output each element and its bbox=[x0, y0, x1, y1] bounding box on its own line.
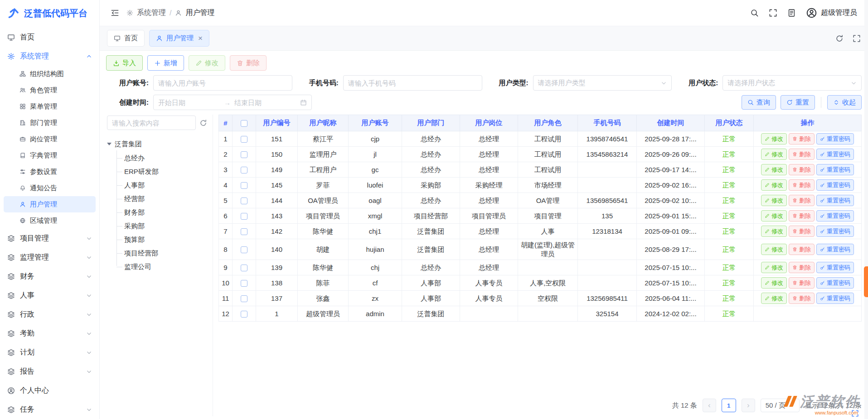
row-reset-password-button[interactable]: 重置密码 bbox=[816, 262, 854, 273]
phone-input[interactable] bbox=[343, 75, 482, 91]
sidebar-item-post-management[interactable]: 岗位管理 bbox=[0, 131, 99, 147]
search-icon[interactable] bbox=[750, 9, 759, 17]
row-checkbox[interactable] bbox=[241, 295, 247, 302]
tree-node[interactable]: 财务部 bbox=[116, 206, 207, 219]
table-row[interactable]: 121超级管理员admin泛普集团3251542024-12-02 02:...… bbox=[219, 306, 862, 322]
sidebar-item-region-management[interactable]: 区域管理 bbox=[0, 212, 99, 229]
row-checkbox[interactable] bbox=[241, 151, 247, 158]
row-checkbox[interactable] bbox=[241, 136, 247, 143]
row-reset-password-button[interactable]: 重置密码 bbox=[816, 179, 854, 191]
tree-node[interactable]: ERP研发部 bbox=[116, 165, 207, 178]
table-row[interactable]: 3149工程用户gc总经办总经理工程试用2025-09-17 14:...正常修… bbox=[219, 162, 862, 178]
row-edit-button[interactable]: 修改 bbox=[761, 277, 787, 289]
row-reset-password-button[interactable]: 重置密码 bbox=[816, 210, 854, 222]
row-reset-password-button[interactable]: 重置密码 bbox=[816, 133, 854, 144]
start-date-input[interactable] bbox=[158, 99, 220, 106]
sidebar-item-supervision-management[interactable]: 监理管理 bbox=[0, 248, 99, 267]
tab-home[interactable]: 首页 bbox=[107, 30, 145, 47]
import-button[interactable]: 导入 bbox=[106, 55, 143, 71]
row-checkbox[interactable] bbox=[241, 265, 247, 271]
edit-button[interactable]: 修改 bbox=[189, 55, 225, 71]
row-edit-button[interactable]: 修改 bbox=[761, 293, 787, 304]
table-row[interactable]: 2150监理用户jl总经办总经理工程试用135458632142025-09-2… bbox=[219, 147, 862, 162]
sidebar-item-org-chart[interactable]: 组织结构图 bbox=[0, 66, 99, 82]
search-button[interactable]: 查询 bbox=[742, 95, 776, 110]
row-reset-password-button[interactable]: 重置密码 bbox=[816, 244, 854, 255]
sidebar-item-home[interactable]: 首页 bbox=[0, 28, 99, 47]
row-checkbox[interactable] bbox=[241, 311, 247, 318]
menu-fold-icon[interactable] bbox=[111, 9, 119, 17]
row-delete-button[interactable]: 删除 bbox=[789, 226, 815, 237]
tree-node[interactable]: 项目经营部 bbox=[116, 246, 207, 260]
document-icon[interactable] bbox=[787, 9, 796, 17]
row-edit-button[interactable]: 修改 bbox=[761, 164, 787, 175]
sidebar-item-role-management[interactable]: 角色管理 bbox=[0, 82, 99, 98]
sidebar-item-user-management[interactable]: 用户管理 bbox=[4, 196, 96, 212]
collapse-button[interactable]: 收起 bbox=[827, 95, 862, 110]
sidebar-item-finance[interactable]: 财务 bbox=[0, 267, 99, 286]
row-edit-button[interactable]: 修改 bbox=[761, 149, 787, 160]
fullscreen-icon[interactable] bbox=[769, 9, 777, 17]
row-checkbox[interactable] bbox=[241, 280, 247, 287]
sidebar-item-param-settings[interactable]: 参数设置 bbox=[0, 164, 99, 180]
tree-node[interactable]: 预算部 bbox=[116, 233, 207, 246]
next-page-button[interactable]: › bbox=[742, 399, 755, 412]
tab-user-management[interactable]: 用户管理 × bbox=[149, 30, 209, 47]
table-row[interactable]: 11137张鑫zx人事部人事专员空权限132569854112025-06-04… bbox=[219, 291, 862, 306]
row-edit-button[interactable]: 修改 bbox=[761, 210, 787, 222]
table-row[interactable]: 1151蔡江平cjp总经办总经理工程试用139587465412025-09-2… bbox=[219, 131, 862, 147]
row-delete-button[interactable]: 删除 bbox=[789, 149, 815, 160]
sidebar-item-department-management[interactable]: 部门管理 bbox=[0, 115, 99, 131]
breadcrumb-item-system-management[interactable]: 系统管理 bbox=[137, 8, 166, 18]
table-row[interactable]: 5144OA管理员oagl总经办总经理OA管理135698565412025-0… bbox=[219, 193, 862, 208]
sidebar-item-menu-management[interactable]: 菜单管理 bbox=[0, 98, 99, 115]
row-checkbox[interactable] bbox=[241, 228, 247, 235]
tree-search-input[interactable] bbox=[107, 116, 196, 130]
row-checkbox[interactable] bbox=[241, 197, 247, 204]
sidebar-item-notice[interactable]: 通知公告 bbox=[0, 180, 99, 196]
row-checkbox[interactable] bbox=[241, 167, 247, 173]
close-icon[interactable]: × bbox=[198, 34, 203, 42]
tree-node[interactable]: 经营部 bbox=[116, 192, 207, 206]
tree-node[interactable]: 总经办 bbox=[116, 151, 207, 165]
row-edit-button[interactable]: 修改 bbox=[761, 195, 787, 206]
row-delete-button[interactable]: 删除 bbox=[789, 210, 815, 222]
refresh-icon[interactable] bbox=[835, 34, 844, 43]
row-edit-button[interactable]: 修改 bbox=[761, 133, 787, 144]
sidebar-item-report[interactable]: 报告 bbox=[0, 362, 99, 381]
row-reset-password-button[interactable]: 重置密码 bbox=[816, 195, 854, 206]
account-input[interactable] bbox=[153, 75, 292, 91]
row-reset-password-button[interactable]: 重置密码 bbox=[816, 149, 854, 160]
select-all-checkbox[interactable] bbox=[241, 120, 247, 127]
tree-node[interactable]: 人事部 bbox=[116, 178, 207, 192]
table-row[interactable]: 7142陈华健chj1泛普集团总经理人事123181342025-09-01 0… bbox=[219, 224, 862, 239]
tree-node[interactable]: 监理公司 bbox=[116, 260, 207, 274]
row-edit-button[interactable]: 修改 bbox=[761, 262, 787, 273]
row-reset-password-button[interactable]: 重置密码 bbox=[816, 293, 854, 304]
page-size-select[interactable]: 50 / 页 bbox=[761, 399, 800, 412]
page-number-button[interactable]: 1 bbox=[722, 399, 736, 412]
row-delete-button[interactable]: 删除 bbox=[789, 195, 815, 206]
row-edit-button[interactable]: 修改 bbox=[761, 226, 787, 237]
sidebar-item-dictionary-management[interactable]: 字典管理 bbox=[0, 147, 99, 164]
prev-page-button[interactable]: ‹ bbox=[703, 399, 716, 412]
row-edit-button[interactable]: 修改 bbox=[761, 179, 787, 191]
tree-root-node[interactable]: 泛普集团 bbox=[107, 137, 207, 151]
side-widget[interactable] bbox=[864, 266, 868, 297]
row-delete-button[interactable]: 删除 bbox=[789, 133, 815, 144]
row-delete-button[interactable]: 删除 bbox=[789, 262, 815, 273]
user-type-select[interactable]: 请选择用户类型 bbox=[533, 75, 672, 91]
fullscreen-icon[interactable] bbox=[853, 34, 861, 43]
sidebar-item-project-management[interactable]: 项目管理 bbox=[0, 229, 99, 248]
row-delete-button[interactable]: 删除 bbox=[789, 293, 815, 304]
row-edit-button[interactable]: 修改 bbox=[761, 244, 787, 255]
row-reset-password-button[interactable]: 重置密码 bbox=[816, 226, 854, 237]
refresh-icon[interactable] bbox=[199, 119, 207, 127]
row-reset-password-button[interactable]: 重置密码 bbox=[816, 277, 854, 289]
row-checkbox[interactable] bbox=[241, 246, 247, 253]
delete-button[interactable]: 删除 bbox=[230, 55, 267, 71]
page-scrollbar[interactable] bbox=[864, 0, 868, 419]
sidebar-item-system-management[interactable]: 系统管理 bbox=[0, 47, 99, 66]
table-row[interactable]: 8140胡建hujian泛普集团总经理胡建(监理),超级管理员2025-08-2… bbox=[219, 239, 862, 260]
user-menu[interactable]: 超级管理员 bbox=[806, 7, 857, 19]
